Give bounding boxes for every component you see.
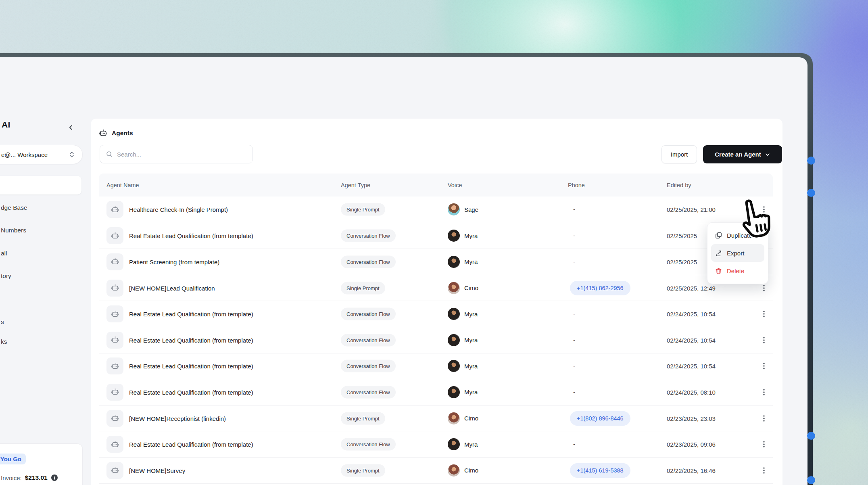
search-icon bbox=[106, 151, 113, 158]
sidebar-item-phone-numbers[interactable]: Numbers bbox=[1, 227, 26, 234]
voice-avatar bbox=[448, 230, 460, 242]
page-title-text: Agents bbox=[112, 130, 133, 137]
row-menu-button[interactable] bbox=[758, 386, 770, 398]
agent-type-badge: Single Prompt bbox=[341, 412, 385, 424]
voice-avatar bbox=[448, 282, 460, 294]
background-page-dot bbox=[807, 157, 815, 165]
sidebar-item-call[interactable]: all bbox=[1, 250, 7, 257]
edited-by-value: 02/25/2025, 21:00 bbox=[667, 206, 716, 213]
table-row[interactable]: Patient Screening (from template) Conver… bbox=[99, 249, 773, 275]
agent-name: Real Estate Lead Qualification (from tem… bbox=[129, 311, 253, 318]
row-menu-button[interactable] bbox=[758, 360, 770, 372]
phone-cell[interactable]: - bbox=[570, 311, 575, 317]
row-menu-button[interactable] bbox=[758, 412, 770, 424]
row-menu-button[interactable] bbox=[758, 308, 770, 320]
chevron-left-icon bbox=[68, 124, 74, 131]
table-row[interactable]: [NEW HOME]Lead Qualification Single Prom… bbox=[99, 275, 773, 301]
voice-avatar bbox=[448, 334, 460, 346]
phone-cell[interactable]: - bbox=[570, 206, 575, 213]
table-row[interactable]: [NEW HOME]Survey Single Prompt Cimo +1(4… bbox=[99, 457, 773, 483]
edited-by-value: 02/25/2025, 12:49 bbox=[667, 284, 716, 291]
phone-cell[interactable]: +1(415) 619-5388 bbox=[570, 463, 630, 478]
agent-robot-icon bbox=[106, 305, 123, 322]
agent-name: Real Estate Lead Qualification (from tem… bbox=[129, 232, 253, 239]
voice-cell: Myra bbox=[448, 230, 478, 242]
agent-type-badge: Conversation Flow bbox=[341, 386, 396, 398]
phone-cell[interactable]: - bbox=[570, 337, 575, 343]
edited-by-value: 02/23/2025, 09:06 bbox=[667, 441, 716, 448]
screenshot-stage: AI e@... Workspace dge Base Numbers all … bbox=[0, 0, 868, 485]
voice-avatar bbox=[448, 412, 460, 424]
edited-by-value: 02/24/2025, 10:54 bbox=[667, 363, 716, 370]
phone-cell[interactable]: - bbox=[570, 363, 575, 369]
col-edited-by: Edited by bbox=[667, 182, 691, 188]
invoice-label: Invoice: bbox=[1, 475, 22, 481]
table-row[interactable]: Real Estate Lead Qualification (from tem… bbox=[99, 223, 773, 249]
voice-name: Cimo bbox=[464, 415, 478, 422]
sidebar-collapse-button[interactable] bbox=[65, 121, 77, 134]
agent-robot-icon bbox=[106, 332, 123, 349]
col-agent-name: Agent Name bbox=[106, 182, 139, 188]
search-box bbox=[100, 145, 253, 163]
kebab-icon bbox=[761, 284, 767, 292]
table-row[interactable]: Real Estate Lead Qualification (from tem… bbox=[99, 353, 773, 379]
phone-cell[interactable]: +1(802) 896-8446 bbox=[570, 411, 630, 426]
col-phone: Phone bbox=[568, 182, 585, 188]
table-header: Agent Name Agent Type Voice Phone Edited… bbox=[99, 174, 773, 197]
phone-cell[interactable]: +1(415) 862-2956 bbox=[570, 281, 630, 295]
menu-item-delete[interactable]: Delete bbox=[711, 262, 764, 280]
table-row[interactable]: Real Estate Lead Qualification (from tem… bbox=[99, 379, 773, 405]
sidebar-item-knowledge-base[interactable]: dge Base bbox=[1, 204, 27, 211]
sidebar-item-selected[interactable] bbox=[0, 176, 81, 194]
row-menu-button[interactable] bbox=[758, 334, 770, 346]
sidebar-item-webhooks[interactable]: ks bbox=[1, 338, 7, 345]
voice-cell: Myra bbox=[448, 386, 478, 398]
search-input[interactable] bbox=[117, 151, 247, 158]
table-row[interactable]: Real Estate Lead Qualification (from tem… bbox=[99, 301, 773, 327]
invoice-value: $213.01 bbox=[25, 474, 48, 481]
agent-type-badge: Conversation Flow bbox=[341, 255, 396, 268]
agent-robot-icon bbox=[106, 357, 123, 374]
agent-robot-icon bbox=[106, 201, 123, 218]
table-row[interactable]: [NEW HOME]Customer Service Single Prompt… bbox=[99, 483, 773, 485]
agent-name: [NEW HOME]Lead Qualification bbox=[129, 284, 215, 291]
chevron-down-icon bbox=[765, 152, 770, 157]
agent-robot-icon bbox=[106, 280, 123, 297]
create-agent-label: Create an Agent bbox=[715, 151, 761, 158]
info-icon[interactable] bbox=[51, 474, 58, 481]
menu-item-export[interactable]: Export bbox=[711, 244, 764, 262]
kebab-icon bbox=[761, 389, 767, 396]
phone-cell[interactable]: - bbox=[570, 259, 575, 265]
table-row[interactable]: Real Estate Lead Qualification (from tem… bbox=[99, 431, 773, 457]
table-row[interactable]: [NEW HOME]Receptionist (linkedin) Single… bbox=[99, 405, 773, 431]
row-menu-button[interactable] bbox=[758, 464, 770, 477]
background-page-dot bbox=[807, 476, 815, 484]
workspace-selector[interactable]: e@... Workspace bbox=[0, 145, 83, 164]
col-agent-type: Agent Type bbox=[341, 182, 370, 188]
row-menu-button[interactable] bbox=[758, 438, 770, 450]
table-row[interactable]: Real Estate Lead Qualification (from tem… bbox=[99, 327, 773, 353]
agent-type-badge: Single Prompt bbox=[341, 464, 385, 477]
app-logo: AI bbox=[2, 120, 10, 130]
agent-name: [NEW HOME]Receptionist (linkedin) bbox=[129, 415, 226, 422]
sidebar-item-history[interactable]: tory bbox=[1, 272, 11, 280]
robot-icon bbox=[99, 129, 108, 138]
voice-avatar bbox=[448, 203, 460, 215]
phone-cell[interactable]: - bbox=[570, 232, 575, 239]
phone-cell[interactable]: - bbox=[570, 441, 575, 447]
app-window: AI e@... Workspace dge Base Numbers all … bbox=[0, 57, 807, 485]
import-button[interactable]: Import bbox=[661, 145, 697, 163]
agent-robot-icon bbox=[106, 462, 123, 479]
kebab-icon bbox=[761, 310, 767, 318]
agent-robot-icon bbox=[106, 410, 123, 427]
create-agent-button[interactable]: Create an Agent bbox=[703, 145, 782, 163]
page-title: Agents bbox=[99, 129, 133, 138]
phone-cell[interactable]: - bbox=[570, 389, 575, 395]
agent-type-badge: Single Prompt bbox=[341, 203, 385, 216]
export-icon bbox=[715, 249, 722, 257]
sidebar-item-s[interactable]: s bbox=[1, 318, 4, 326]
voice-avatar bbox=[448, 438, 460, 450]
table-row[interactable]: Healthcare Check-In (Single Prompt) Sing… bbox=[99, 197, 773, 223]
kebab-icon bbox=[761, 362, 767, 370]
voice-cell: Myra bbox=[448, 256, 478, 268]
